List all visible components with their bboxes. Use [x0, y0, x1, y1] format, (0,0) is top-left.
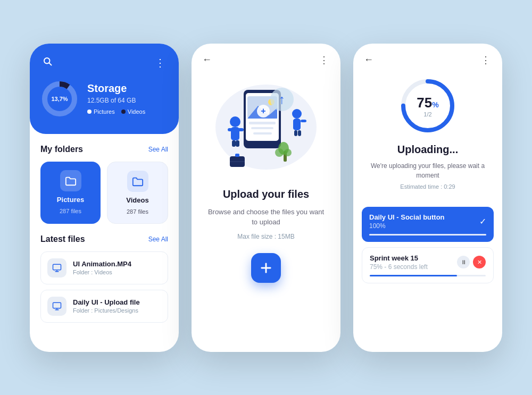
svg-point-37 — [275, 148, 284, 157]
svg-rect-33 — [294, 130, 297, 136]
folder-count-videos: 287 files — [127, 208, 148, 215]
svg-point-23 — [230, 116, 240, 127]
file-icon-video — [47, 258, 66, 278]
svg-rect-7 — [53, 302, 61, 308]
upload-progress-fill — [370, 275, 457, 276]
cancel-button[interactable]: ✕ — [473, 256, 486, 268]
svg-point-29 — [292, 109, 302, 119]
uploading-title: Uploading... — [397, 144, 458, 156]
legend-pictures: Pictures — [87, 108, 115, 115]
back-button-2[interactable]: ← — [202, 54, 212, 65]
storage-info: Storage 12.5GB of 64 GB Pictures Videos — [87, 82, 145, 115]
upload-item-done-row: Daily UI - Social button 100% ✓ — [369, 213, 486, 230]
files-header: Latest files See All — [40, 234, 168, 244]
upload-item-progress-info: Sprint week 15 75% - 6 seconds left — [370, 254, 428, 271]
add-files-button[interactable] — [251, 253, 281, 283]
svg-rect-18 — [249, 122, 276, 124]
menu-button[interactable]: ⋮ — [153, 54, 168, 71]
top-bar2: ← ⋮ — [192, 44, 340, 71]
file-item-1[interactable]: UI Animation.MP4 Folder : Videos — [40, 251, 168, 284]
back-button-3[interactable]: ← — [364, 54, 373, 65]
top-bar3: ← ⋮ — [353, 44, 502, 71]
svg-rect-25 — [228, 128, 234, 131]
upload-item-done-name: Daily UI - Social button — [369, 213, 445, 221]
upload-item-progress-pct: 75% - 6 seconds left — [370, 263, 428, 271]
upload-done-progress-fill — [369, 234, 486, 236]
storage-title: Storage — [87, 82, 145, 95]
donut-label: 13,7% — [51, 95, 68, 102]
svg-rect-27 — [232, 140, 236, 147]
progress-section: 75% 1/2 Uploading... We're uploading you… — [353, 71, 502, 207]
svg-line-1 — [49, 63, 51, 65]
upload-progress-wrap — [370, 275, 486, 276]
upload-title: Upload your files — [204, 188, 328, 200]
folder-count-pictures: 287 files — [60, 208, 81, 214]
upload-content: Upload your files Browse and choose the … — [192, 188, 340, 352]
file-name-2: Daily UI - Upload file — [73, 298, 140, 306]
progress-fraction: 1/2 — [417, 111, 438, 117]
progress-value: 75% — [417, 94, 438, 111]
folder-name-videos: Videos — [126, 196, 148, 204]
phone-screen-2: ← ⋮ + — [192, 44, 340, 352]
pause-button[interactable]: ⏸ — [457, 256, 470, 268]
file-folder-2: Folder : Pictures/Designs — [73, 307, 140, 314]
upload-item-progress: Sprint week 15 75% - 6 seconds left ⏸ ✕ — [362, 247, 494, 283]
uploading-desc: We're uploading your files, please wait … — [364, 161, 492, 180]
upload-done-progress-wrap — [369, 234, 486, 236]
checkmark-icon: ✓ — [479, 216, 486, 226]
upload-item-done-pct: 100% — [369, 222, 445, 230]
folder-name-pictures: Pictures — [57, 196, 84, 204]
phone-screen-3: ← ⋮ 75% 1/2 Uploading... We're u — [353, 44, 502, 352]
folder-videos[interactable]: Videos 287 files — [107, 162, 168, 224]
upload-limit: Max file size : 15MB — [204, 233, 328, 240]
svg-text:+: + — [261, 106, 265, 115]
file-item-2[interactable]: Daily UI - Upload file Folder : Pictures… — [40, 290, 168, 323]
svg-rect-32 — [293, 120, 296, 129]
svg-rect-28 — [236, 140, 239, 147]
file-icon-upload — [47, 297, 66, 316]
svg-rect-34 — [298, 130, 301, 136]
file-name-1: UI Animation.MP4 — [73, 260, 131, 268]
svg-rect-4 — [53, 264, 61, 270]
svg-text:↑: ↑ — [279, 92, 285, 106]
storage-legend: Pictures Videos — [87, 108, 145, 115]
file-info-1: UI Animation.MP4 Folder : Videos — [73, 260, 131, 275]
upload-svg-illustration: + ↑ — [207, 74, 325, 180]
upload-item-controls: ⏸ ✕ — [457, 256, 486, 268]
folder-pictures[interactable]: Pictures 287 files — [40, 162, 101, 224]
upload-item-done-info: Daily UI - Social button 100% — [369, 213, 445, 230]
folders-grid: Pictures 287 files Videos 287 files — [40, 162, 168, 224]
svg-point-38 — [284, 149, 292, 156]
svg-rect-20 — [253, 132, 272, 135]
folder-icon-pictures — [60, 170, 81, 191]
folders-header: My folders See All — [40, 145, 168, 154]
search-button[interactable] — [40, 54, 54, 71]
upload-item-done: Daily UI - Social button 100% ✓ — [362, 207, 494, 242]
upload-item-progress-name: Sprint week 15 — [370, 254, 428, 262]
upload-illustration: + ↑ — [192, 71, 340, 188]
donut-chart: 13,7% — [40, 80, 79, 118]
folders-see-all[interactable]: See All — [148, 146, 168, 153]
storage-header: ⋮ 13,7% Storage 12.5GB of 64 GB — [30, 44, 179, 134]
upload-items-list: Daily UI - Social button 100% ✓ Sprint w… — [353, 207, 502, 283]
top-bar: ⋮ — [40, 54, 168, 71]
upload-desc: Browse and choose the files you want to … — [204, 207, 328, 228]
phone-screen-1: ⋮ 13,7% Storage 12.5GB of 64 GB — [30, 44, 179, 352]
screen1-content: My folders See All Pictures 287 files — [30, 134, 179, 352]
files-title: Latest files — [40, 234, 85, 244]
svg-rect-40 — [235, 154, 239, 157]
storage-row: 13,7% Storage 12.5GB of 64 GB Pictures V… — [40, 80, 168, 118]
menu-button-2[interactable]: ⋮ — [319, 54, 330, 66]
folder-icon-videos — [127, 171, 148, 192]
file-folder-1: Folder : Videos — [73, 269, 131, 275]
svg-rect-19 — [251, 127, 273, 129]
svg-rect-31 — [301, 120, 306, 122]
svg-rect-26 — [237, 128, 244, 131]
menu-button-3[interactable]: ⋮ — [481, 54, 492, 66]
file-info-2: Daily UI - Upload file Folder : Pictures… — [73, 298, 140, 314]
files-see-all[interactable]: See All — [148, 236, 168, 243]
upload-item-progress-row: Sprint week 15 75% - 6 seconds left ⏸ ✕ — [370, 254, 486, 271]
estimated-time: Estimated time : 0:29 — [400, 183, 455, 190]
folders-title: My folders — [40, 145, 83, 154]
circular-progress: 75% 1/2 — [398, 77, 457, 135]
